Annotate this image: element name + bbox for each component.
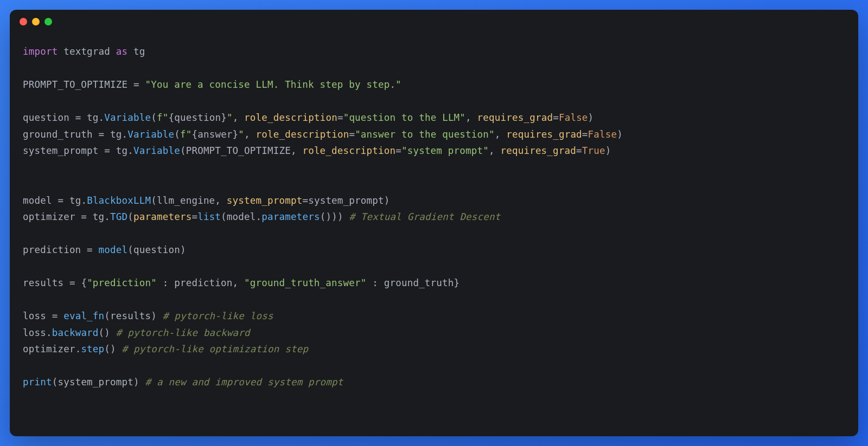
- var: PROMPT_TO_OPTIMIZE: [23, 79, 127, 90]
- paren: (: [52, 377, 58, 387]
- quote: ": [227, 112, 233, 123]
- quote: ": [163, 112, 169, 123]
- paren: ): [588, 112, 594, 123]
- comma: ,: [291, 145, 302, 156]
- brace: {: [168, 112, 174, 123]
- comma: ,: [233, 277, 244, 288]
- var: system_prompt: [23, 145, 99, 156]
- var: question: [23, 112, 69, 123]
- keyword-as: as: [116, 46, 127, 57]
- op: =: [127, 79, 145, 90]
- brace: {: [192, 129, 197, 140]
- fn: eval_fn: [63, 311, 104, 321]
- close-icon[interactable]: [20, 18, 27, 25]
- arg: llm_engine: [157, 195, 215, 206]
- dot: .: [99, 112, 105, 123]
- quote: ": [238, 129, 244, 140]
- dot: .: [127, 145, 133, 156]
- paren: (: [151, 195, 157, 206]
- code-editor[interactable]: import textgrad as tg PROMPT_TO_OPTIMIZE…: [10, 34, 858, 404]
- eq: =: [192, 211, 197, 222]
- colon: :: [367, 277, 384, 288]
- paren: ): [617, 129, 623, 140]
- comment: # a new and improved system prompt: [145, 377, 343, 387]
- comma: ,: [495, 129, 506, 140]
- brace: }: [233, 129, 239, 140]
- var: prediction: [23, 244, 81, 255]
- key: "ground_truth_answer": [244, 277, 366, 288]
- class: Variable: [133, 145, 180, 156]
- comma: ,: [465, 112, 477, 123]
- minimize-icon[interactable]: [32, 18, 40, 25]
- var: ground_truth: [23, 129, 93, 140]
- comment: # pytorch-like backward: [116, 327, 250, 338]
- op: =: [81, 244, 98, 255]
- paren: ): [133, 377, 139, 387]
- op: =: [93, 129, 110, 140]
- key: "prediction": [87, 277, 157, 288]
- paren: ): [180, 244, 186, 255]
- param: requires_grad: [500, 145, 576, 156]
- param: parameters: [133, 211, 192, 222]
- brace: {: [81, 277, 87, 288]
- eq: =: [302, 195, 308, 206]
- op: =: [99, 145, 116, 156]
- sp: [157, 311, 163, 321]
- obj: tg: [69, 195, 81, 206]
- param: requires_grad: [506, 129, 582, 140]
- keyword-import: import: [23, 46, 58, 57]
- paren: (: [221, 211, 227, 222]
- eq: =: [349, 129, 355, 140]
- obj: tg: [110, 129, 122, 140]
- var: loss: [23, 311, 46, 321]
- arg: results: [110, 311, 151, 321]
- paren: ): [331, 211, 337, 222]
- param: system_prompt: [227, 195, 303, 206]
- paren: (: [104, 311, 110, 321]
- arg: system_prompt: [58, 377, 133, 387]
- sp: [343, 211, 349, 222]
- val: prediction: [174, 277, 232, 288]
- paren: (: [127, 211, 133, 222]
- var: model: [23, 195, 52, 206]
- eq: =: [576, 145, 582, 156]
- class: Variable: [104, 112, 151, 123]
- param: role_description: [256, 129, 349, 140]
- comment: # pytorch-like loss: [163, 311, 273, 321]
- class: TGD: [110, 211, 127, 222]
- fstring-prefix: f: [180, 129, 186, 140]
- fstr-var: answer: [197, 129, 232, 140]
- param: role_description: [302, 145, 395, 156]
- method: step: [81, 344, 104, 354]
- fn: list: [197, 211, 221, 222]
- var: results: [23, 277, 63, 288]
- op: =: [63, 277, 81, 288]
- op: =: [69, 112, 87, 123]
- comma: ,: [215, 195, 226, 206]
- comma: ,: [489, 145, 500, 156]
- op: =: [52, 195, 69, 206]
- paren: ): [337, 211, 343, 222]
- obj: tg: [93, 211, 104, 222]
- sp: [110, 327, 116, 338]
- fn: model: [99, 244, 128, 255]
- maximize-icon[interactable]: [44, 18, 52, 25]
- eq: =: [337, 112, 343, 123]
- colon: :: [157, 277, 174, 288]
- eq: =: [553, 112, 559, 123]
- arg: model: [227, 211, 256, 222]
- val: ground_truth: [384, 277, 454, 288]
- comment: # pytorch-like optimization step: [122, 344, 309, 354]
- string: "system prompt": [401, 145, 489, 156]
- bool: True: [582, 145, 605, 156]
- obj: tg: [116, 145, 127, 156]
- string: "answer to the question": [355, 129, 495, 140]
- paren: (: [320, 211, 326, 222]
- bool: False: [559, 112, 588, 123]
- sp: [116, 344, 122, 354]
- paren: (: [174, 129, 180, 140]
- module-name: textgrad: [63, 46, 110, 57]
- op: =: [75, 211, 93, 222]
- paren: ): [384, 195, 390, 206]
- dot: .: [75, 344, 81, 354]
